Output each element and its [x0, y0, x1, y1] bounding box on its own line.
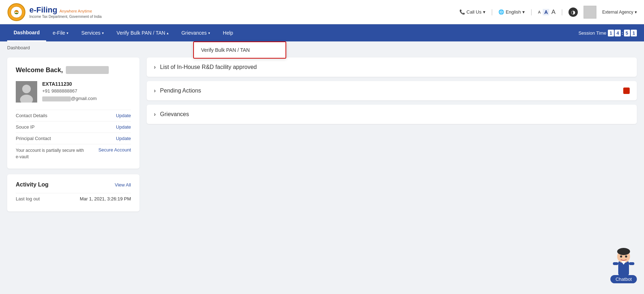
nav-services[interactable]: Services ▾: [75, 24, 110, 41]
nav-verify-bulk[interactable]: Verify Bulk PAN / TAN ▴: [110, 24, 175, 41]
profile-picture: [16, 81, 37, 103]
phone-icon: 📞: [459, 9, 465, 15]
call-us-label: Call Us: [467, 9, 482, 15]
dept-subtitle: Income Tax Department, Government of Ind…: [29, 15, 102, 19]
nav-grievances[interactable]: Grievances ▾: [175, 24, 216, 41]
services-chevron-icon: ▾: [102, 31, 104, 35]
nav-dashboard-label: Dashboard: [14, 30, 40, 35]
nav-grievances-label: Grievances: [181, 30, 207, 36]
nav-verify-label: Verify Bulk PAN / TAN: [117, 30, 165, 36]
right-panel: › List of In-House R&D facility approved…: [147, 58, 637, 211]
profile-section: EXTA111230 +91 9888888867 @gmail.com: [16, 81, 131, 103]
grievances-chevron-icon: ›: [154, 111, 156, 118]
separator-3: |: [561, 8, 563, 16]
session-digit-2: 4: [615, 30, 621, 36]
pending-badge: [623, 88, 630, 94]
main-content: Welcome Back, EXTA111230 +91 9888888867: [0, 54, 644, 219]
globe-icon: 🌐: [498, 9, 504, 15]
last-logout-value: Mar 1, 2021, 3:26:19 PM: [80, 196, 131, 201]
verify-dropdown-container: Verify Bulk PAN / TAN: [193, 41, 286, 59]
contrast-button[interactable]: ◑: [569, 8, 578, 17]
pending-actions-accordion: › Pending Actions: [147, 81, 637, 100]
pending-actions-row[interactable]: › Pending Actions: [147, 81, 637, 100]
last-logout-label: Last log out: [16, 196, 40, 201]
principal-contact-update-button[interactable]: Update: [116, 136, 131, 141]
session-time: Session Time 1 4 : 5 1: [579, 30, 637, 36]
call-us-button[interactable]: 📞 Call Us ▾: [459, 9, 486, 15]
external-agency-selector[interactable]: External Agency ▾: [602, 10, 637, 15]
contact-details-row: Contact Details Update: [16, 110, 131, 121]
rd-chevron-icon: ›: [154, 64, 156, 70]
top-header: 🇮🇳 e-Filing Anywhere Anytime Income Tax …: [0, 0, 644, 24]
last-logout-row: Last log out Mar 1, 2021, 3:26:19 PM: [16, 193, 131, 204]
session-digit-3: 5: [624, 30, 630, 36]
secure-account-row: Your account is partially secure with e-…: [16, 144, 131, 160]
session-digit-4: 1: [631, 30, 637, 36]
profile-silhouette: [16, 81, 37, 103]
contact-details-update-button[interactable]: Update: [116, 113, 131, 118]
verify-chevron-icon: ▴: [167, 31, 169, 35]
emblem-icon: 🇮🇳: [7, 3, 26, 21]
welcome-title: Welcome Back,: [16, 66, 131, 74]
nav-efile[interactable]: e-File ▾: [46, 24, 75, 41]
separator-1: |: [491, 8, 493, 16]
session-digits: 1 4 : 5 1: [608, 30, 637, 36]
user-id: EXTA111230: [42, 81, 97, 87]
welcome-text: Welcome Back,: [16, 66, 63, 74]
header-controls: 📞 Call Us ▾ | 🌐 English ▾ | A A A | ◑ Ex…: [459, 6, 637, 19]
activity-log-title: Activity Log: [16, 181, 49, 188]
left-panel: Welcome Back, EXTA111230 +91 9888888867: [7, 58, 140, 211]
rd-accordion: › List of In-House R&D facility approved: [147, 58, 637, 77]
nav-help-label: Help: [223, 30, 233, 36]
external-agency-label: External Agency: [602, 10, 633, 15]
rd-accordion-row[interactable]: › List of In-House R&D facility approved: [147, 58, 637, 77]
logo-area: 🇮🇳 e-Filing Anywhere Anytime Income Tax …: [7, 3, 102, 21]
source-ip-update-button[interactable]: Update: [116, 124, 131, 130]
efiling-brand: e-Filing: [29, 5, 57, 15]
svg-text:🇮🇳: 🇮🇳: [15, 11, 18, 14]
view-all-button[interactable]: View All: [115, 182, 131, 188]
language-label: English: [506, 9, 521, 15]
grievances-chevron-icon: ▾: [208, 31, 210, 35]
secure-account-button[interactable]: Secure Account: [98, 147, 131, 153]
verify-dropdown-item[interactable]: Verify Bulk PAN / TAN: [194, 42, 286, 58]
language-selector[interactable]: 🌐 English ▾: [498, 9, 525, 15]
efile-chevron-icon: ▾: [67, 31, 68, 35]
rd-accordion-title: List of In-House R&D facility approved: [160, 64, 630, 70]
session-time-label: Session Time: [579, 30, 606, 36]
session-digit-1: 1: [608, 30, 614, 36]
nav-dashboard[interactable]: Dashboard: [7, 24, 46, 41]
welcome-card: Welcome Back, EXTA111230 +91 9888888867: [7, 58, 140, 169]
pending-chevron-icon: ›: [154, 88, 156, 94]
secure-account-note: Your account is partially secure with e-…: [16, 147, 87, 160]
profile-info: EXTA111230 +91 9888888867 @gmail.com: [42, 81, 97, 101]
font-large-button[interactable]: A: [551, 9, 555, 16]
logo-text: e-Filing Anywhere Anytime Income Tax Dep…: [29, 5, 102, 19]
nav-help[interactable]: Help: [216, 24, 240, 41]
efiling-tagline: Anywhere Anytime: [59, 9, 92, 13]
lang-chevron-icon: ▾: [522, 9, 525, 15]
principal-contact-row: Principal Contact Update: [16, 133, 131, 144]
source-ip-label: Souce IP: [16, 124, 35, 130]
activity-log-card: Activity Log View All Last log out Mar 1…: [7, 174, 140, 211]
pending-actions-title: Pending Actions: [160, 88, 619, 94]
call-chevron-icon: ▾: [483, 9, 486, 15]
welcome-name-blur: [66, 66, 109, 74]
source-ip-row: Souce IP Update: [16, 121, 131, 133]
user-phone: +91 9888888867: [42, 88, 97, 94]
verify-dropdown: Verify Bulk PAN / TAN: [193, 41, 286, 59]
svg-point-5: [22, 85, 31, 93]
grievances-accordion-row[interactable]: › Grievances: [147, 105, 637, 124]
grievances-accordion: › Grievances: [147, 105, 637, 124]
user-avatar: [584, 6, 596, 19]
activity-log-header: Activity Log View All: [16, 181, 131, 188]
font-small-button[interactable]: A: [538, 10, 541, 14]
font-medium-button[interactable]: A: [543, 9, 549, 15]
nav-efile-label: e-File: [53, 30, 65, 36]
principal-contact-label: Principal Contact: [16, 136, 51, 141]
email-domain: @gmail.com: [71, 96, 97, 101]
nav-bar: Dashboard e-File ▾ Services ▾ Verify Bul…: [0, 24, 644, 41]
email-blur: [42, 96, 71, 101]
breadcrumb: Dashboard: [0, 41, 644, 54]
separator-2: |: [531, 8, 532, 16]
